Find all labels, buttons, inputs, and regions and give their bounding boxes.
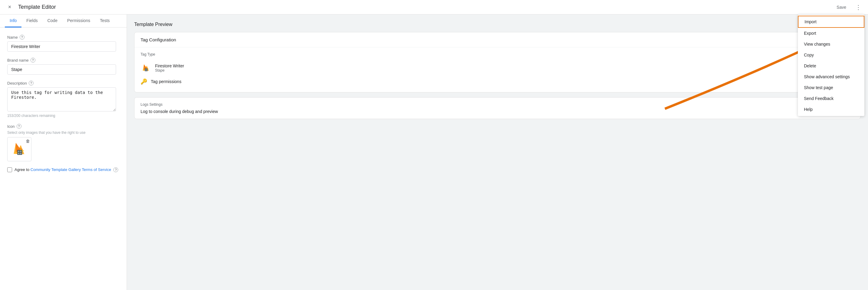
description-label: Description ?: [7, 80, 119, 86]
brand-label: Brand name ?: [7, 58, 119, 63]
icon-hint: Select only images that you have the rig…: [7, 130, 119, 135]
name-label: Name ?: [7, 35, 119, 39]
tab-code[interactable]: Code: [42, 14, 62, 28]
dropdown-item-export[interactable]: Export: [798, 28, 864, 39]
name-help-icon[interactable]: ?: [20, 35, 25, 39]
dropdown-item-view-changes[interactable]: View changes: [798, 39, 864, 50]
description-group: Description ? Use this tag for writing d…: [7, 80, 119, 118]
tag-config-card: Tag Configuration Tag Type: [134, 32, 861, 92]
tag-type-section: Tag Type: [134, 47, 861, 92]
agree-checkbox[interactable]: [7, 167, 12, 172]
form-area: Name ? Brand name ? Description ? U: [0, 28, 127, 290]
tab-tests[interactable]: Tests: [95, 14, 115, 28]
logs-card: Logs Settings Log to console during debu…: [134, 97, 861, 119]
tag-config-header: Tag Configuration: [134, 32, 861, 47]
tab-fields[interactable]: Fields: [22, 14, 42, 28]
logs-section: Logs Settings Log to console during debu…: [134, 98, 861, 119]
tab-permissions[interactable]: Permissions: [62, 14, 95, 28]
dropdown-item-feedback[interactable]: Send Feedback: [798, 93, 864, 104]
permissions-label: Tag permissions: [151, 79, 181, 84]
agree-link[interactable]: Community Template Gallery Terms of Serv…: [31, 167, 111, 172]
icon-group: Icon ? Select only images that you have …: [7, 124, 119, 161]
tabs-bar: Info Fields Code Permissions Tests: [0, 14, 127, 28]
svg-rect-9: [146, 70, 147, 71]
dropdown-item-import[interactable]: Import: [798, 16, 864, 28]
preview-title: Template Preview: [134, 22, 861, 27]
main-layout: Info Fields Code Permissions Tests Name …: [0, 14, 868, 290]
close-icon: ×: [8, 4, 11, 10]
agree-help-icon[interactable]: ?: [113, 167, 118, 172]
svg-rect-6: [145, 69, 146, 70]
svg-rect-8: [145, 70, 146, 71]
icon-delete-button[interactable]: 🗑: [26, 139, 30, 143]
icon-label: Icon ?: [7, 124, 119, 129]
description-help-icon[interactable]: ?: [29, 80, 34, 86]
dropdown-item-delete[interactable]: Delete: [798, 60, 864, 71]
char-count: 153/200 characters remaining: [7, 114, 119, 118]
save-button[interactable]: Save: [832, 2, 851, 12]
agree-text: Agree to Community Template Gallery Term…: [14, 167, 118, 172]
permissions-row: 🔑 Tag permissions: [141, 76, 855, 87]
header: × Template Editor Save ⋮: [0, 0, 868, 14]
close-button[interactable]: ×: [5, 2, 14, 12]
brand-help-icon[interactable]: ?: [31, 58, 35, 63]
icon-help-icon[interactable]: ?: [17, 124, 22, 129]
dropdown-item-advanced-settings[interactable]: Show advanced settings: [798, 71, 864, 82]
tag-name: Firestore Writer: [155, 63, 184, 68]
firebase-icon: [11, 141, 28, 158]
dropdown-item-help[interactable]: Help: [798, 104, 864, 115]
tag-icon: [141, 63, 151, 73]
dropdown-item-copy[interactable]: Copy: [798, 50, 864, 60]
brand-group: Brand name ?: [7, 58, 119, 75]
brand-input[interactable]: [7, 64, 116, 75]
dropdown-menu: Import Export View changes Copy Delete S…: [798, 14, 864, 116]
right-panel: Template Preview Tag Configuration Tag T…: [127, 14, 868, 290]
name-input[interactable]: [7, 41, 116, 52]
svg-rect-3: [18, 153, 19, 154]
svg-rect-2: [20, 151, 22, 152]
logs-text: Log to console during debug and preview: [141, 109, 855, 114]
svg-rect-7: [146, 69, 147, 70]
svg-rect-1: [18, 151, 19, 152]
tag-type-label: Tag Type: [141, 52, 855, 57]
tab-info[interactable]: Info: [5, 14, 22, 28]
header-actions: Save ⋮: [832, 2, 863, 12]
more-button[interactable]: ⋮: [854, 2, 863, 12]
logs-title: Logs Settings: [141, 102, 855, 107]
tag-brand: Stape: [155, 68, 184, 72]
tag-config-title: Tag Configuration: [141, 37, 855, 42]
left-panel: Info Fields Code Permissions Tests Name …: [0, 14, 127, 290]
page-title: Template Editor: [18, 4, 832, 10]
tag-icon-svg: [141, 63, 151, 73]
svg-rect-4: [20, 153, 22, 154]
agree-row: Agree to Community Template Gallery Term…: [7, 167, 119, 172]
description-input[interactable]: Use this tag for writing data to the Fir…: [7, 87, 116, 111]
key-icon: 🔑: [141, 78, 147, 85]
dropdown-item-test-page[interactable]: Show test page: [798, 82, 864, 93]
tag-type-row: Firestore Writer Stape: [141, 60, 855, 76]
icon-row: 🗑: [7, 137, 119, 161]
tag-info: Firestore Writer Stape: [155, 63, 184, 72]
name-group: Name ?: [7, 35, 119, 52]
icon-preview: 🗑: [7, 137, 31, 161]
